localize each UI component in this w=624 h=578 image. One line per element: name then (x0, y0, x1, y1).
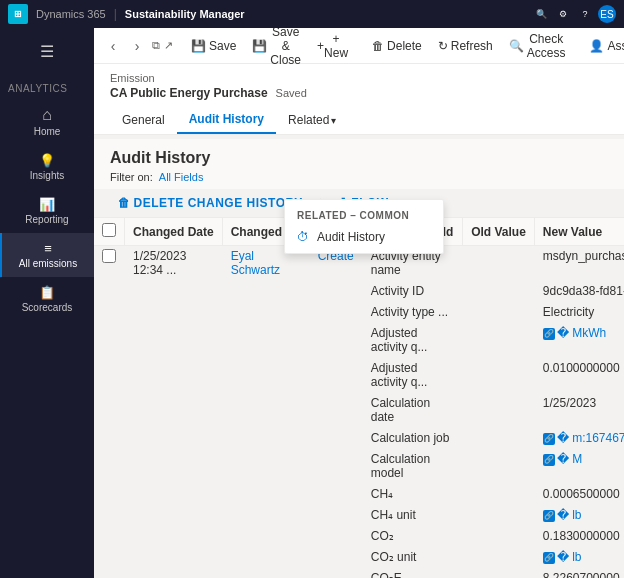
new-value-cell: 0.0006500000 (534, 484, 624, 505)
new-value-cell: 🔗� lb (534, 505, 624, 526)
lookup-icon: 🔗 (543, 433, 555, 445)
new-value-cell: 🔗� MkWh (534, 323, 624, 358)
field-name-cell: CH₄ unit (362, 505, 462, 526)
sidebar: ☰ Analytics ⌂ Home 💡 Insights 📊 Reportin… (0, 28, 94, 578)
sidebar-item-insights[interactable]: 💡 Insights (0, 145, 94, 189)
field-name-cell: CO₂ (362, 526, 462, 547)
reference-value-link[interactable]: � MkWh (557, 326, 606, 340)
changed-by-cell: Eyal Schwartz (222, 246, 309, 579)
check-access-icon: 🔍 (509, 39, 524, 53)
check-access-button[interactable]: 🔍 Check Access (503, 29, 572, 63)
field-name-cell: Calculation date (362, 393, 462, 428)
new-button[interactable]: + + New (311, 29, 354, 63)
insights-icon: 💡 (39, 153, 55, 168)
user-avatar[interactable]: ES (598, 5, 616, 23)
tab-related[interactable]: Related ▾ (276, 107, 348, 133)
saved-badge: Saved (276, 87, 307, 99)
field-name-cell: CO₂ unit (362, 547, 462, 568)
filter-row: Filter on: All Fields (110, 171, 608, 183)
sidebar-home-label: Home (34, 126, 61, 137)
select-all-checkbox[interactable] (102, 223, 116, 237)
help-icon[interactable]: ? (576, 5, 594, 23)
reporting-icon: 📊 (39, 197, 55, 212)
new-value-cell: 🔗� M (534, 449, 624, 484)
sidebar-item-scorecards[interactable]: 📋 Scorecards (0, 277, 94, 321)
all-emissions-icon: ≡ (44, 241, 52, 256)
refresh-button[interactable]: ↻ Refresh (432, 36, 499, 56)
save-icon: 💾 (191, 39, 206, 53)
save-close-icon: 💾 (252, 39, 267, 53)
old-value-cell (463, 323, 535, 358)
dropdown-item-audit-history[interactable]: ⏱ Audit History (285, 225, 443, 249)
page-header: Emission CA Public Energy Purchase Saved… (94, 64, 624, 135)
sidebar-emissions-label: All emissions (19, 258, 77, 269)
new-value-cell: 0.1830000000 (534, 526, 624, 547)
event-cell: Create (309, 246, 362, 579)
sidebar-item-reporting[interactable]: 📊 Reporting (0, 189, 94, 233)
changed-by-link[interactable]: Eyal Schwartz (231, 249, 280, 277)
home-icon: ⌂ (42, 106, 52, 124)
reference-value-link[interactable]: � M (557, 452, 582, 466)
assign-icon: 👤 (589, 39, 604, 53)
column-changed-date[interactable]: Changed Date (125, 218, 223, 246)
section-title: Audit History (110, 149, 608, 167)
window-button[interactable]: ⧉ (152, 35, 160, 57)
scorecards-icon: 📋 (39, 285, 55, 300)
tab-audit-history[interactable]: Audit History (177, 106, 276, 134)
old-value-cell (463, 568, 535, 579)
field-name-cell: Calculation model (362, 449, 462, 484)
settings-icon[interactable]: ⚙ (554, 5, 572, 23)
new-icon: + (317, 39, 324, 53)
external-button[interactable]: ↗ (164, 35, 173, 57)
old-value-cell (463, 505, 535, 526)
delete-button[interactable]: 🗑 Delete (366, 36, 428, 56)
audit-table-container[interactable]: Changed Date Changed By Event Changed Fi… (94, 217, 624, 578)
back-button[interactable]: ‹ (102, 35, 124, 57)
sidebar-scorecards-label: Scorecards (22, 302, 73, 313)
reference-value-link[interactable]: � m:167467862358 (557, 431, 624, 445)
breadcrumb: Emission (110, 72, 608, 84)
reference-value-link[interactable]: � lb (557, 508, 582, 522)
filter-value[interactable]: All Fields (159, 171, 204, 183)
search-icon[interactable]: 🔍 (532, 5, 550, 23)
page-title: CA Public Energy Purchase Saved (110, 86, 608, 100)
field-name-cell: Activity ID (362, 281, 462, 302)
delete-icon: 🗑 (372, 39, 384, 53)
field-name-cell: Adjusted activity q... (362, 323, 462, 358)
sidebar-menu-toggle[interactable]: ☰ (4, 34, 90, 69)
assign-button[interactable]: 👤 Assign (583, 36, 624, 56)
lookup-icon: 🔗 (543, 328, 555, 340)
ribbon: ‹ › ⧉ ↗ 💾 Save 💾 Save & Close + + New 🗑 … (94, 28, 624, 64)
top-navigation-bar: ⊞ Dynamics 365 | Sustainability Manager … (0, 0, 624, 28)
analytics-label: Analytics (0, 75, 94, 98)
refresh-icon: ↻ (438, 39, 448, 53)
old-value-cell (463, 281, 535, 302)
hamburger-icon: ☰ (40, 42, 54, 61)
field-name-cell: CO₂E (362, 568, 462, 579)
main-content-area: ‹ › ⧉ ↗ 💾 Save 💾 Save & Close + + New 🗑 … (94, 28, 624, 578)
reference-value-link[interactable]: � lb (557, 550, 582, 564)
old-value-cell (463, 246, 535, 281)
old-value-cell (463, 547, 535, 568)
old-value-cell (463, 302, 535, 323)
tab-general[interactable]: General (110, 107, 177, 133)
new-value-cell: 1/25/2023 (534, 393, 624, 428)
row-checkbox[interactable] (102, 249, 116, 263)
column-old-value[interactable]: Old Value (463, 218, 535, 246)
sidebar-item-home[interactable]: ⌂ Home (0, 98, 94, 145)
audit-history-dropdown-icon: ⏱ (297, 230, 309, 244)
field-name-cell: Activity type ... (362, 302, 462, 323)
new-value-cell: 🔗� lb (534, 547, 624, 568)
sidebar-insights-label: Insights (30, 170, 64, 181)
new-value-cell: 8.2260700000 (534, 568, 624, 579)
navigation-arrows: ‹ › (102, 35, 148, 57)
forward-button[interactable]: › (126, 35, 148, 57)
sidebar-item-all-emissions[interactable]: ≡ All emissions (0, 233, 94, 277)
app-name: Sustainability Manager (125, 8, 245, 20)
delete-history-button[interactable]: 🗑 DELETE CHANGE HISTORY (110, 193, 311, 213)
column-new-value[interactable]: New Value (534, 218, 624, 246)
save-button[interactable]: 💾 Save (185, 36, 242, 56)
delete-history-icon: 🗑 (118, 196, 131, 210)
old-value-cell (463, 393, 535, 428)
row-checkbox-cell (94, 246, 125, 579)
